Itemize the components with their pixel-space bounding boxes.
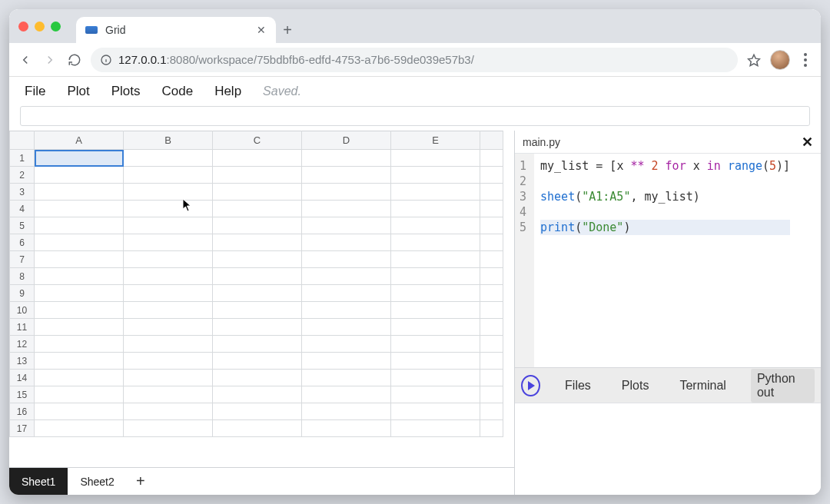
- row-header[interactable]: 11: [10, 319, 35, 336]
- cell[interactable]: [35, 184, 124, 201]
- cell[interactable]: [302, 150, 391, 167]
- cell[interactable]: [480, 319, 503, 336]
- cell[interactable]: [302, 370, 391, 386]
- minimize-window-button[interactable]: [35, 22, 45, 32]
- menu-code[interactable]: Code: [162, 84, 194, 99]
- menu-file[interactable]: File: [25, 84, 45, 99]
- cell[interactable]: [391, 370, 480, 386]
- code-editor[interactable]: 1 2 3 4 5 my_list = [x ** 2 for x in ran…: [515, 154, 821, 367]
- cell[interactable]: [302, 302, 391, 319]
- cell[interactable]: [480, 403, 503, 420]
- close-window-button[interactable]: [18, 22, 28, 32]
- cell[interactable]: [213, 150, 302, 167]
- browser-tab[interactable]: Grid ✕: [76, 17, 276, 43]
- cell[interactable]: [35, 370, 124, 386]
- cell[interactable]: [35, 167, 124, 184]
- cell[interactable]: [391, 268, 480, 285]
- bookmark-star-icon[interactable]: [745, 51, 762, 68]
- row-header[interactable]: 6: [10, 234, 35, 251]
- cell[interactable]: [302, 386, 391, 403]
- column-header[interactable]: D: [302, 131, 391, 150]
- cell[interactable]: [124, 184, 213, 201]
- cell[interactable]: [124, 150, 213, 167]
- cell[interactable]: [213, 302, 302, 319]
- cell[interactable]: [35, 336, 124, 353]
- cell[interactable]: [480, 217, 503, 234]
- cell[interactable]: [124, 302, 213, 319]
- cell[interactable]: [213, 251, 302, 268]
- cell[interactable]: [124, 386, 213, 403]
- cell[interactable]: [35, 150, 124, 167]
- close-editor-icon[interactable]: ✕: [802, 134, 813, 151]
- column-header[interactable]: C: [213, 131, 302, 150]
- menu-help[interactable]: Help: [214, 84, 241, 99]
- cell[interactable]: [124, 167, 213, 184]
- cell[interactable]: [124, 201, 213, 217]
- sheet-tab[interactable]: Sheet2: [68, 468, 126, 495]
- row-header[interactable]: 10: [10, 302, 35, 319]
- cell[interactable]: [213, 319, 302, 336]
- row-header[interactable]: 8: [10, 268, 35, 285]
- cell[interactable]: [480, 370, 503, 386]
- sheet-tab[interactable]: Sheet1: [9, 468, 68, 495]
- cell[interactable]: [302, 184, 391, 201]
- cell[interactable]: [480, 353, 503, 370]
- cell[interactable]: [391, 302, 480, 319]
- panel-tab-files[interactable]: Files: [559, 376, 597, 396]
- menu-plots[interactable]: Plots: [111, 84, 141, 99]
- cell[interactable]: [124, 251, 213, 268]
- cell[interactable]: [213, 268, 302, 285]
- cell[interactable]: [302, 251, 391, 268]
- panel-tab-python-out[interactable]: Python out: [751, 369, 815, 403]
- cell[interactable]: [480, 251, 503, 268]
- add-sheet-button[interactable]: +: [127, 468, 154, 495]
- new-tab-button[interactable]: +: [276, 17, 299, 43]
- cell[interactable]: [35, 319, 124, 336]
- cell[interactable]: [35, 302, 124, 319]
- cell[interactable]: [213, 217, 302, 234]
- menu-plot[interactable]: Plot: [67, 84, 89, 99]
- cell[interactable]: [391, 420, 480, 437]
- cell[interactable]: [480, 302, 503, 319]
- cell[interactable]: [391, 234, 480, 251]
- cell[interactable]: [480, 268, 503, 285]
- cell[interactable]: [124, 268, 213, 285]
- cell[interactable]: [391, 217, 480, 234]
- cell[interactable]: [302, 285, 391, 302]
- cell[interactable]: [213, 285, 302, 302]
- cell[interactable]: [302, 336, 391, 353]
- cell[interactable]: [480, 420, 503, 437]
- cell[interactable]: [124, 370, 213, 386]
- cell[interactable]: [213, 184, 302, 201]
- cell[interactable]: [35, 386, 124, 403]
- cell[interactable]: [302, 403, 391, 420]
- cell[interactable]: [302, 234, 391, 251]
- cell[interactable]: [391, 386, 480, 403]
- row-header[interactable]: 5: [10, 217, 35, 234]
- panel-tab-terminal[interactable]: Terminal: [673, 376, 732, 396]
- formula-bar[interactable]: [20, 106, 810, 126]
- cell[interactable]: [480, 184, 503, 201]
- cell[interactable]: [480, 167, 503, 184]
- cell[interactable]: [35, 285, 124, 302]
- cell[interactable]: [124, 217, 213, 234]
- cell[interactable]: [213, 386, 302, 403]
- row-header[interactable]: 1: [10, 150, 35, 167]
- run-button[interactable]: [521, 375, 540, 396]
- cell[interactable]: [302, 353, 391, 370]
- row-header[interactable]: 13: [10, 353, 35, 370]
- cell[interactable]: [480, 386, 503, 403]
- spreadsheet-grid[interactable]: ABCDE 1234567891011121314151617: [9, 131, 514, 467]
- row-header[interactable]: 3: [10, 184, 35, 201]
- cell[interactable]: [213, 167, 302, 184]
- cell[interactable]: [35, 217, 124, 234]
- column-header[interactable]: [480, 131, 503, 150]
- cell[interactable]: [302, 319, 391, 336]
- row-header[interactable]: 2: [10, 167, 35, 184]
- cell[interactable]: [480, 150, 503, 167]
- cell[interactable]: [302, 167, 391, 184]
- cell[interactable]: [302, 420, 391, 437]
- forward-button[interactable]: [42, 51, 58, 68]
- cell[interactable]: [302, 201, 391, 217]
- cell[interactable]: [391, 285, 480, 302]
